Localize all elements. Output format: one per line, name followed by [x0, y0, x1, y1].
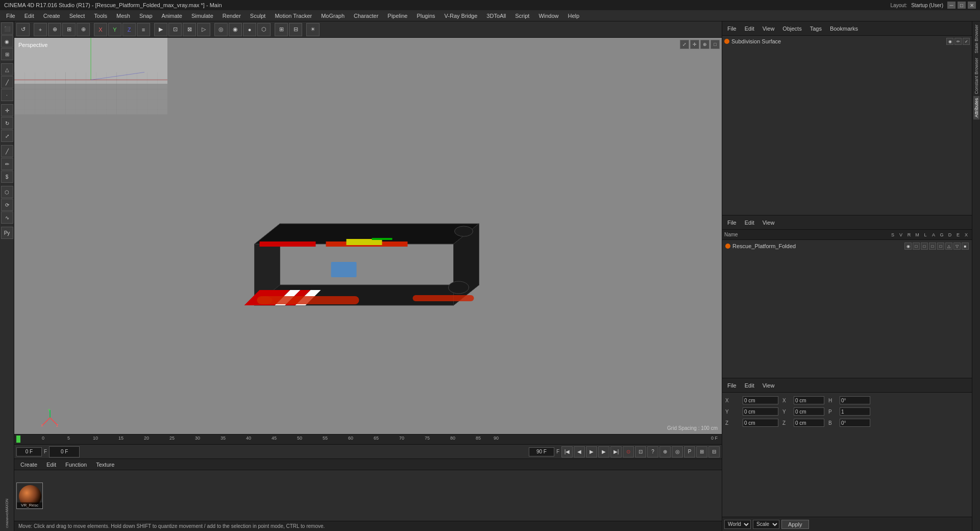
obj-flag-icon-6[interactable]: △: [945, 243, 952, 250]
menu-item-render[interactable]: Render: [218, 12, 245, 20]
coord-system-select[interactable]: World Local: [724, 520, 751, 529]
tool-scale[interactable]: ⤢: [1, 130, 13, 142]
menu-item-script[interactable]: Script: [511, 12, 533, 20]
tab-constant-browser[interactable]: Constant Browser: [973, 56, 979, 96]
tool-point[interactable]: ·: [1, 89, 13, 101]
attr-view[interactable]: View: [760, 381, 778, 390]
anim-mode2[interactable]: ⊕: [659, 446, 671, 457]
obj-file[interactable]: File: [724, 219, 740, 227]
viewport-nav2[interactable]: ✛: [690, 40, 699, 49]
help-btn[interactable]: ?: [647, 446, 658, 457]
anim-mode3[interactable]: ◎: [672, 446, 683, 457]
menu-item-select[interactable]: Select: [65, 12, 89, 20]
menu-item-animate[interactable]: Animate: [158, 12, 186, 20]
snap2[interactable]: ⊟: [289, 23, 302, 36]
current-frame-input[interactable]: [16, 447, 42, 456]
tool-checkerboard[interactable]: ⊞: [1, 48, 13, 60]
record-btn[interactable]: ⊙: [623, 446, 634, 457]
attr-y2-input[interactable]: [794, 407, 824, 416]
tool-rotate[interactable]: ↻: [1, 117, 13, 129]
maximize-btn[interactable]: □: [958, 2, 966, 9]
menu-item-pipeline[interactable]: Pipeline: [383, 12, 411, 20]
add2-btn[interactable]: ⊕: [48, 23, 61, 36]
anim-mode6[interactable]: ⊟: [708, 446, 720, 457]
obj-flag-icon-8[interactable]: ■: [962, 243, 969, 250]
disp-mode3[interactable]: ●: [243, 23, 256, 36]
scale-mode-select[interactable]: Scale Size: [753, 520, 779, 529]
anim-mode4[interactable]: P: [684, 446, 695, 457]
render-all[interactable]: ▷: [197, 23, 210, 36]
tool-spline[interactable]: ∿: [1, 211, 13, 224]
minimize-btn[interactable]: ─: [947, 2, 955, 9]
attr-z2-input[interactable]: [794, 419, 824, 427]
rt-tags[interactable]: Tags: [807, 25, 825, 33]
menu-item-file[interactable]: File: [2, 12, 19, 20]
light-btn[interactable]: ☀: [306, 23, 320, 36]
add3-btn[interactable]: ⊞: [62, 23, 76, 36]
viewport-menu[interactable]: □: [710, 40, 720, 49]
attr-x2-input[interactable]: [794, 396, 824, 404]
disp-mode1[interactable]: ◎: [214, 23, 228, 36]
mat-edit[interactable]: Edit: [42, 461, 60, 469]
menu-item-create[interactable]: Create: [39, 12, 64, 20]
menu-item-simulate[interactable]: Simulate: [187, 12, 217, 20]
tab-state-browser[interactable]: State Browser: [973, 22, 979, 56]
attr-edit[interactable]: Edit: [742, 381, 757, 390]
apply-button[interactable]: Apply: [781, 520, 809, 529]
add-btn[interactable]: +: [34, 23, 47, 36]
attr-h-input[interactable]: [840, 396, 870, 404]
menu-item-v-ray-bridge[interactable]: V-Ray Bridge: [440, 12, 482, 20]
menu-item-mesh[interactable]: Mesh: [112, 12, 134, 20]
tool-polygon[interactable]: △: [1, 63, 13, 76]
tool-cube[interactable]: ⬛: [1, 22, 13, 35]
disp-mode2[interactable]: ◉: [229, 23, 242, 36]
menu-item-sculpt[interactable]: Sculpt: [246, 12, 270, 20]
tool-line[interactable]: ╱: [1, 145, 13, 157]
close-btn[interactable]: ✕: [968, 2, 976, 9]
render-region[interactable]: ⊡: [168, 23, 182, 36]
obj-edit[interactable]: Edit: [742, 219, 757, 227]
step-fwd-btn[interactable]: ▶: [598, 446, 609, 457]
obj-flag-icon-2[interactable]: □: [913, 243, 920, 250]
menu-item-window[interactable]: Window: [534, 12, 562, 20]
attr-x-input[interactable]: [743, 396, 778, 404]
tool-paint[interactable]: $: [1, 171, 13, 183]
rt-bookmarks[interactable]: Bookmarks: [827, 25, 861, 33]
obj-icon-1[interactable]: ◉: [946, 38, 953, 45]
attr-p-input[interactable]: [840, 407, 870, 416]
menu-item-edit[interactable]: Edit: [20, 12, 38, 20]
rt-edit[interactable]: Edit: [742, 25, 757, 33]
tool-move[interactable]: ✛: [1, 104, 13, 116]
snap1[interactable]: ⊞: [275, 23, 288, 36]
anim-mode5[interactable]: ⊞: [696, 446, 707, 457]
menu-item-character[interactable]: Character: [350, 12, 382, 20]
obj-icon-2[interactable]: ✏: [954, 38, 962, 45]
tool-twist[interactable]: ⟳: [1, 199, 13, 211]
z-btn[interactable]: Z: [122, 23, 136, 36]
menu-item-3dtoall[interactable]: 3DToAll: [482, 12, 510, 20]
frame-field[interactable]: 0 F: [49, 446, 80, 457]
attr-z-input[interactable]: [743, 419, 778, 427]
obj-flag-icon-1[interactable]: ◉: [904, 243, 912, 250]
y-btn[interactable]: Y: [108, 23, 121, 36]
material-thumbnail[interactable]: VR_Resc: [16, 482, 43, 509]
tool-python[interactable]: Py: [1, 227, 13, 239]
play-btn[interactable]: ▶: [586, 446, 597, 457]
rt-objects[interactable]: Objects: [779, 25, 804, 33]
menu-item-help[interactable]: Help: [564, 12, 584, 20]
obj-flag-icon-3[interactable]: □: [921, 243, 928, 250]
obj-flag-icon-7[interactable]: ▽: [953, 243, 961, 250]
obj-flag-icon-4[interactable]: □: [929, 243, 936, 250]
tool-extrude[interactable]: ⬡: [1, 186, 13, 198]
undo-btn[interactable]: ↺: [16, 23, 30, 36]
render-full[interactable]: ⊠: [183, 23, 196, 36]
viewport[interactable]: Perspective ⤢ ✛ ⊕ □ Grid Spacing : 100 c…: [14, 38, 722, 434]
tool-pen[interactable]: ✏: [1, 158, 13, 170]
rt-file[interactable]: File: [724, 25, 740, 33]
attr-b-input[interactable]: [840, 419, 870, 427]
menu-item-snap[interactable]: Snap: [135, 12, 157, 20]
obj-flag-icon-5[interactable]: □: [937, 243, 944, 250]
viewport-nav1[interactable]: ⤢: [680, 40, 689, 49]
attr-y-input[interactable]: [743, 407, 778, 416]
menu-item-motion-tracker[interactable]: Motion Tracker: [271, 12, 316, 20]
